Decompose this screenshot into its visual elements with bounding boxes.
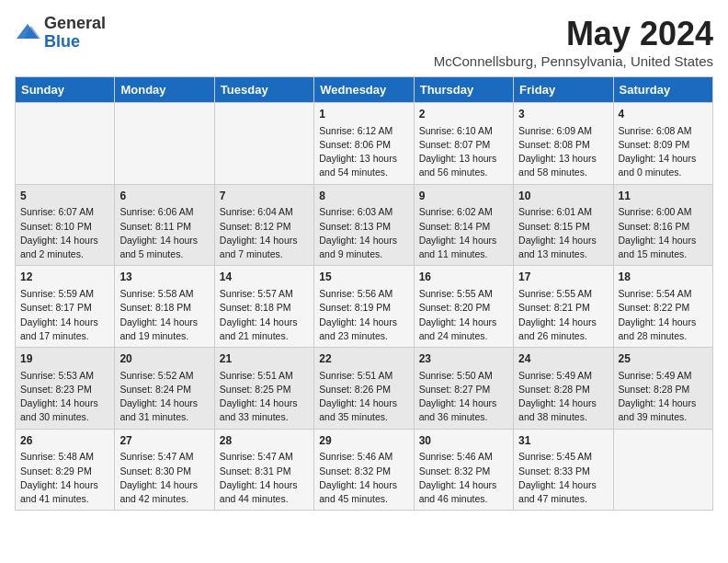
day-info: Sunrise: 6:01 AM Sunset: 8:15 PM Dayligh… [518,205,608,261]
day-info: Sunrise: 6:07 AM Sunset: 8:10 PM Dayligh… [20,205,109,261]
calendar-cell: 6Sunrise: 6:06 AM Sunset: 8:11 PM Daylig… [115,184,214,266]
calendar-cell: 25Sunrise: 5:49 AM Sunset: 8:28 PM Dayli… [613,348,712,430]
calendar: SundayMondayTuesdayWednesdayThursdayFrid… [15,76,713,511]
calendar-cell: 3Sunrise: 6:09 AM Sunset: 8:08 PM Daylig… [514,103,613,185]
calendar-cell: 2Sunrise: 6:10 AM Sunset: 8:07 PM Daylig… [414,103,513,185]
header: General Blue May 2024 McConnellsburg, Pe… [15,15,713,69]
day-info: Sunrise: 6:02 AM Sunset: 8:14 PM Dayligh… [419,205,508,261]
day-number: 30 [419,433,508,449]
calendar-cell: 5Sunrise: 6:07 AM Sunset: 8:10 PM Daylig… [16,184,115,266]
day-info: Sunrise: 5:56 AM Sunset: 8:19 PM Dayligh… [319,287,408,343]
calendar-cell: 7Sunrise: 6:04 AM Sunset: 8:12 PM Daylig… [214,184,313,266]
day-number: 6 [119,189,209,204]
day-number: 21 [220,351,309,367]
calendar-cell: 21Sunrise: 5:51 AM Sunset: 8:25 PM Dayli… [214,348,313,430]
calendar-cell: 8Sunrise: 6:03 AM Sunset: 8:13 PM Daylig… [314,184,414,266]
day-info: Sunrise: 6:04 AM Sunset: 8:12 PM Dayligh… [220,205,309,261]
day-number: 20 [119,351,209,367]
day-number: 9 [419,189,508,204]
day-number: 10 [518,189,608,204]
calendar-cell: 11Sunrise: 6:00 AM Sunset: 8:16 PM Dayli… [613,184,712,266]
day-info: Sunrise: 5:49 AM Sunset: 8:28 PM Dayligh… [619,369,708,425]
day-info: Sunrise: 5:57 AM Sunset: 8:18 PM Dayligh… [220,287,309,343]
day-number: 5 [20,189,109,204]
day-number: 25 [619,351,708,367]
calendar-cell: 29Sunrise: 5:46 AM Sunset: 8:32 PM Dayli… [314,429,414,511]
day-number: 13 [119,270,209,285]
calendar-cell [613,429,712,511]
day-number: 24 [518,351,608,367]
calendar-cell [115,103,214,185]
calendar-cell: 22Sunrise: 5:51 AM Sunset: 8:26 PM Dayli… [314,348,414,430]
day-number: 7 [220,189,309,204]
day-info: Sunrise: 5:46 AM Sunset: 8:32 PM Dayligh… [419,450,508,506]
day-number: 11 [619,189,708,204]
header-cell-sunday: Sunday [16,77,115,103]
header-row: SundayMondayTuesdayWednesdayThursdayFrid… [16,77,713,103]
title-area: May 2024 McConnellsburg, Pennsylvania, U… [434,15,713,69]
calendar-cell: 23Sunrise: 5:50 AM Sunset: 8:27 PM Dayli… [414,348,513,430]
day-info: Sunrise: 6:03 AM Sunset: 8:13 PM Dayligh… [319,205,408,261]
day-number: 16 [419,270,508,285]
logo-text: General Blue [44,15,106,52]
calendar-cell: 15Sunrise: 5:56 AM Sunset: 8:19 PM Dayli… [314,266,414,348]
day-info: Sunrise: 5:54 AM Sunset: 8:22 PM Dayligh… [619,287,708,343]
day-number: 31 [518,433,608,449]
subtitle: McConnellsburg, Pennsylvania, United Sta… [434,53,713,69]
header-cell-thursday: Thursday [414,77,513,103]
calendar-cell: 9Sunrise: 6:02 AM Sunset: 8:14 PM Daylig… [414,184,513,266]
day-number: 27 [119,433,209,449]
day-info: Sunrise: 6:00 AM Sunset: 8:16 PM Dayligh… [619,205,708,261]
calendar-cell: 13Sunrise: 5:58 AM Sunset: 8:18 PM Dayli… [115,266,214,348]
calendar-header: SundayMondayTuesdayWednesdayThursdayFrid… [16,77,713,103]
header-cell-wednesday: Wednesday [314,77,414,103]
day-info: Sunrise: 6:09 AM Sunset: 8:08 PM Dayligh… [518,124,608,180]
day-info: Sunrise: 5:49 AM Sunset: 8:28 PM Dayligh… [518,369,608,425]
calendar-cell: 16Sunrise: 5:55 AM Sunset: 8:20 PM Dayli… [414,266,513,348]
day-info: Sunrise: 5:59 AM Sunset: 8:17 PM Dayligh… [20,287,109,343]
day-info: Sunrise: 5:47 AM Sunset: 8:30 PM Dayligh… [119,450,209,506]
calendar-cell: 26Sunrise: 5:48 AM Sunset: 8:29 PM Dayli… [16,429,115,511]
day-info: Sunrise: 5:50 AM Sunset: 8:27 PM Dayligh… [419,369,508,425]
day-info: Sunrise: 5:51 AM Sunset: 8:26 PM Dayligh… [319,369,408,425]
calendar-row-4: 26Sunrise: 5:48 AM Sunset: 8:29 PM Dayli… [16,429,713,511]
day-number: 28 [220,433,309,449]
day-info: Sunrise: 5:58 AM Sunset: 8:18 PM Dayligh… [119,287,209,343]
calendar-cell: 14Sunrise: 5:57 AM Sunset: 8:18 PM Dayli… [214,266,313,348]
day-info: Sunrise: 5:51 AM Sunset: 8:25 PM Dayligh… [220,369,309,425]
day-number: 26 [20,433,109,449]
day-info: Sunrise: 5:47 AM Sunset: 8:31 PM Dayligh… [220,450,309,506]
header-cell-saturday: Saturday [613,77,712,103]
calendar-cell: 19Sunrise: 5:53 AM Sunset: 8:23 PM Dayli… [16,348,115,430]
logo-blue: Blue [44,32,80,51]
calendar-cell: 12Sunrise: 5:59 AM Sunset: 8:17 PM Dayli… [16,266,115,348]
day-number: 15 [319,270,408,285]
calendar-cell: 20Sunrise: 5:52 AM Sunset: 8:24 PM Dayli… [115,348,214,430]
day-info: Sunrise: 6:06 AM Sunset: 8:11 PM Dayligh… [119,205,209,261]
day-info: Sunrise: 6:08 AM Sunset: 8:09 PM Dayligh… [619,124,708,180]
header-cell-friday: Friday [514,77,613,103]
calendar-cell: 28Sunrise: 5:47 AM Sunset: 8:31 PM Dayli… [214,429,313,511]
day-number: 22 [319,351,408,367]
calendar-body: 1Sunrise: 6:12 AM Sunset: 8:06 PM Daylig… [16,103,713,511]
day-info: Sunrise: 5:46 AM Sunset: 8:32 PM Dayligh… [319,450,408,506]
day-info: Sunrise: 5:55 AM Sunset: 8:20 PM Dayligh… [419,287,508,343]
day-info: Sunrise: 5:55 AM Sunset: 8:21 PM Dayligh… [518,287,608,343]
calendar-row-0: 1Sunrise: 6:12 AM Sunset: 8:06 PM Daylig… [16,103,713,185]
calendar-cell: 31Sunrise: 5:45 AM Sunset: 8:33 PM Dayli… [514,429,613,511]
day-number: 4 [619,107,708,122]
day-number: 1 [319,107,408,122]
day-info: Sunrise: 6:12 AM Sunset: 8:06 PM Dayligh… [319,124,408,180]
calendar-cell: 17Sunrise: 5:55 AM Sunset: 8:21 PM Dayli… [514,266,613,348]
day-number: 12 [20,270,109,285]
day-number: 29 [319,433,408,449]
day-number: 19 [20,351,109,367]
main-title: May 2024 [434,15,713,53]
calendar-cell: 4Sunrise: 6:08 AM Sunset: 8:09 PM Daylig… [613,103,712,185]
calendar-cell: 27Sunrise: 5:47 AM Sunset: 8:30 PM Dayli… [115,429,214,511]
calendar-cell: 30Sunrise: 5:46 AM Sunset: 8:32 PM Dayli… [414,429,513,511]
calendar-cell: 24Sunrise: 5:49 AM Sunset: 8:28 PM Dayli… [514,348,613,430]
day-number: 18 [619,270,708,285]
day-number: 23 [419,351,508,367]
calendar-cell: 10Sunrise: 6:01 AM Sunset: 8:15 PM Dayli… [514,184,613,266]
